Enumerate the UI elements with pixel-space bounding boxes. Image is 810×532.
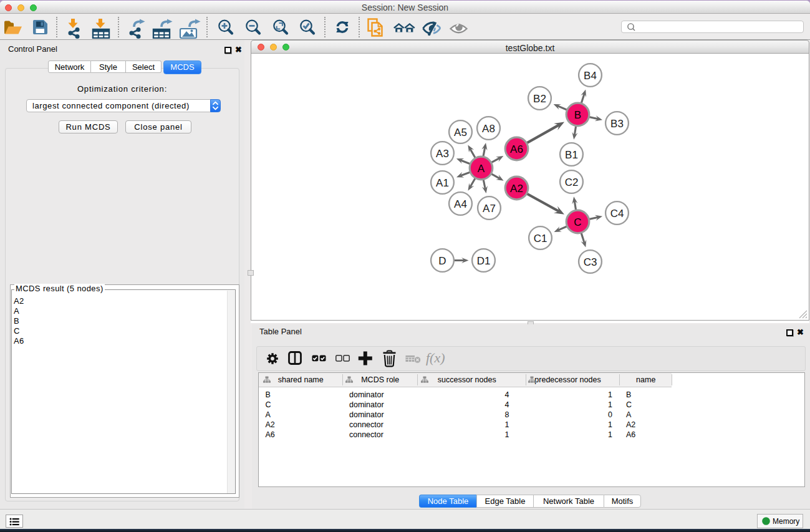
svg-text:A3: A3 <box>436 148 449 160</box>
svg-text:C2: C2 <box>565 177 579 188</box>
svg-text:C: C <box>574 216 581 228</box>
svg-text:D: D <box>438 255 446 267</box>
svg-text:A4: A4 <box>454 198 467 210</box>
svg-text:A1: A1 <box>436 177 449 189</box>
svg-text:B2: B2 <box>533 93 546 105</box>
svg-text:A6: A6 <box>510 143 523 155</box>
svg-text:B: B <box>574 109 581 121</box>
svg-text:A: A <box>478 163 485 175</box>
svg-text:C1: C1 <box>534 233 547 244</box>
svg-text:B3: B3 <box>610 118 624 130</box>
svg-text:A5: A5 <box>454 127 467 138</box>
svg-text:D1: D1 <box>477 255 491 267</box>
svg-text:C4: C4 <box>610 208 624 220</box>
svg-text:B1: B1 <box>565 149 578 161</box>
svg-text:B4: B4 <box>584 70 597 82</box>
svg-text:C3: C3 <box>584 256 597 268</box>
svg-text:A7: A7 <box>483 203 496 215</box>
svg-text:A8: A8 <box>482 123 495 135</box>
svg-text:A2: A2 <box>510 183 523 195</box>
